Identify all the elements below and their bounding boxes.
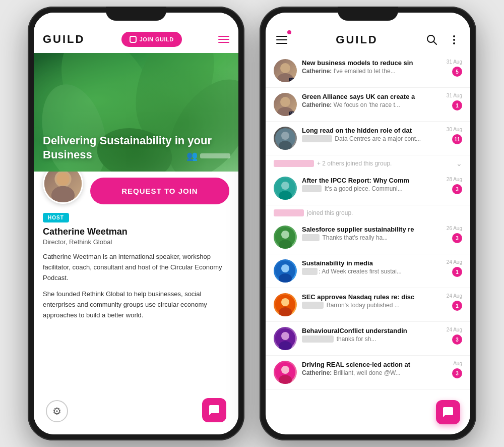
blurred-user-name	[274, 160, 314, 167]
feed-preview: Data Centres are a major cont...	[302, 135, 432, 142]
feed-content: New business models to reduce sin Cather…	[302, 59, 432, 75]
feed-item[interactable]: VC New business models to reduce sin Cat…	[266, 54, 470, 88]
right-phone: GUILD	[260, 7, 476, 440]
svg-point-14	[453, 39, 455, 41]
feed-date: 24 Aug	[447, 259, 462, 265]
feed-title: Long read on the hidden role of dat	[302, 127, 432, 134]
hamburger-menu[interactable]	[218, 36, 229, 43]
feed-item[interactable]: SEC approves Nasdaq rules re: disc Barro…	[266, 288, 470, 322]
notification-dot	[287, 30, 291, 34]
chat-fab-right[interactable]	[436, 400, 460, 424]
feed-item[interactable]: After the IPCC Report: Why Comm It's a g…	[266, 172, 470, 205]
more-options-button[interactable]	[446, 32, 462, 48]
blurred-user-name-2	[274, 209, 304, 216]
feed-item[interactable]: BehaviouralConflict understandin thanks …	[266, 322, 470, 356]
feed-item[interactable]: Sustainability in media : Ad Week create…	[266, 254, 470, 288]
left-screen: GUILD JOIN GUILD	[34, 13, 238, 434]
feed-avatar	[274, 177, 297, 200]
feed-avatar	[274, 293, 297, 316]
feed-content: Sustainability in media : Ad Week create…	[302, 259, 432, 275]
chat-icon-right	[442, 406, 454, 418]
feed-title: Green Alliance says UK can create a	[302, 93, 432, 100]
feed-preview: Thanks that's really ha...	[302, 234, 432, 241]
request-to-join-button[interactable]: REQUEST TO JOIN	[90, 178, 229, 204]
feed-preview: thanks for sh...	[302, 336, 432, 343]
feed-preview: Catherine: Brilliant, well done @W...	[302, 369, 432, 376]
svg-point-33	[281, 298, 289, 306]
svg-point-30	[281, 264, 289, 272]
search-icon	[426, 34, 437, 45]
settings-button[interactable]: ⚙	[46, 400, 68, 422]
feed-content: Driving REAL science-led action at Cathe…	[302, 361, 432, 376]
unread-badge: 3	[452, 184, 462, 194]
guild-logo-right: GUILD	[296, 33, 418, 46]
feed-meta: 31 Aug 1	[437, 93, 462, 110]
feed-date: 31 Aug	[447, 59, 462, 65]
avatar-svg-3	[274, 127, 297, 150]
unread-badge: 3	[452, 334, 462, 345]
feed-preview: : Ad Week creates first sustai...	[302, 268, 432, 275]
more-icon	[449, 34, 460, 45]
feed-avatar	[274, 259, 297, 283]
feed-title: Salesforce supplier sustainability re	[302, 226, 432, 233]
join-text-2: joined this group.	[307, 209, 353, 216]
join-guild-label: JOIN GUILD	[140, 36, 174, 42]
feed-date: 24 Aug	[447, 293, 462, 299]
guild-logo-left: GUILD	[43, 33, 85, 46]
chat-fab-left[interactable]	[202, 398, 226, 422]
vc-badge: VC	[289, 111, 297, 116]
unread-badge: 1	[452, 100, 462, 110]
avatar-svg-9	[274, 293, 297, 316]
join-guild-button[interactable]: JOIN GUILD	[121, 32, 182, 47]
svg-point-15	[453, 42, 455, 44]
feed-preview: Catherine: We focus on 'the race t...	[302, 101, 432, 108]
feed-meta: 24 Aug 1	[437, 293, 462, 311]
feed-content: BehaviouralConflict understandin thanks …	[302, 327, 432, 343]
host-name: Catherine Weetman	[43, 227, 229, 237]
host-bio-1: Catherine Weetman is an international sp…	[43, 252, 229, 283]
vc-badge: VC	[289, 78, 297, 82]
right-notch	[338, 7, 398, 21]
feed-title: SEC approves Nasdaq rules re: disc	[302, 293, 432, 301]
avatar-svg-7	[274, 226, 297, 249]
feed-preview: It's a good piece. Communi...	[302, 185, 432, 192]
svg-point-39	[281, 366, 289, 374]
svg-point-27	[281, 231, 289, 239]
avatar-svg-10	[274, 327, 297, 350]
hero-image: Delivering Sustainability in your Busine…	[34, 53, 238, 172]
unread-badge: 3	[452, 233, 462, 243]
svg-point-6	[51, 186, 75, 203]
feed-meta: 28 Aug 3	[437, 177, 462, 194]
instagram-icon	[130, 36, 137, 43]
feed-preview: Barron's today published ...	[302, 302, 432, 309]
unread-badge: 1	[452, 301, 462, 311]
feed-item[interactable]: Long read on the hidden role of dat Data…	[266, 122, 470, 155]
feed-item[interactable]: Salesforce supplier sustainability re Th…	[266, 220, 470, 254]
feed-content: After the IPCC Report: Why Comm It's a g…	[302, 177, 432, 192]
menu-icon	[276, 34, 287, 45]
avatar-svg-8	[274, 259, 297, 283]
search-button[interactable]	[424, 32, 440, 48]
svg-point-24	[281, 182, 289, 190]
feed-meta: 26 Aug 3	[437, 226, 462, 243]
feed-item[interactable]: Driving REAL science-led action at Cathe…	[266, 356, 470, 389]
svg-point-36	[281, 332, 289, 340]
members-icon: 👥	[186, 150, 198, 161]
chevron-down-icon[interactable]: ⌄	[456, 159, 462, 167]
right-screen: GUILD	[266, 13, 470, 434]
svg-line-12	[434, 42, 437, 45]
feed-title: New business models to reduce sin	[302, 59, 432, 67]
svg-rect-9	[276, 39, 287, 40]
feed-title: BehaviouralConflict understandin	[302, 327, 432, 334]
menu-button[interactable]	[274, 32, 290, 48]
feed-item[interactable]: VC Green Alliance says UK can create a C…	[266, 88, 470, 122]
feed-title: Sustainability in media	[302, 259, 432, 267]
feed-content: Salesforce supplier sustainability re Th…	[302, 226, 432, 241]
svg-point-18	[280, 97, 290, 107]
join-text: + 2 others joined this group.	[317, 160, 392, 167]
feed-meta: Aug 3	[437, 361, 462, 378]
feed-date: 30 Aug	[447, 127, 462, 132]
feed-date: 24 Aug	[447, 327, 462, 332]
feed-avatar	[274, 127, 297, 150]
unread-badge: 11	[452, 134, 462, 144]
